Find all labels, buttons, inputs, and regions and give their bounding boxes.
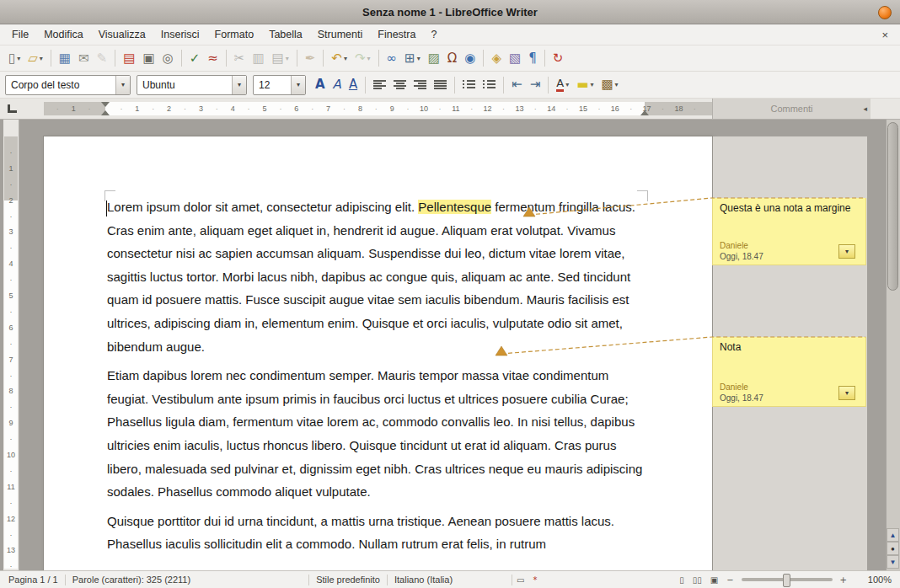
zoom-slider[interactable] [742, 578, 833, 581]
chevron-down-icon[interactable]: ▾ [232, 76, 246, 94]
decrease-indent-button[interactable]: ⇤ [508, 75, 526, 95]
justify-button[interactable] [431, 75, 450, 95]
insert-table-button[interactable]: ⊞▾ [401, 48, 424, 68]
align-right-button[interactable] [410, 75, 430, 95]
auto-spellcheck-button[interactable]: ≈ [204, 48, 222, 68]
dropdown-arrow-icon[interactable]: ▾ [286, 55, 289, 62]
find-replace-button[interactable]: ◉ [461, 48, 479, 68]
email-button[interactable]: ✉ [75, 48, 93, 68]
navigate-by-button[interactable]: ● [887, 542, 899, 555]
comment-menu-button[interactable]: ▾ [838, 244, 855, 259]
increase-indent-button[interactable]: ⇥ [527, 75, 544, 95]
document-text[interactable]: Lorem ipsum dolor sit amet, consectetur … [107, 195, 647, 562]
comment-highlight[interactable]: Pellentesque [418, 200, 491, 214]
dropdown-arrow-icon[interactable]: ▾ [367, 55, 371, 62]
page-style[interactable]: Stile predefinito [309, 575, 387, 585]
right-indent-marker[interactable] [640, 110, 649, 115]
margin-comment-1[interactable]: Questa è una nota a margine Daniele Oggi… [712, 198, 866, 265]
menu-inserisci[interactable]: Inserisci [154, 26, 206, 43]
font-size-combobox[interactable]: 12 ▾ [253, 75, 306, 95]
zoom-in-button[interactable]: + [836, 575, 851, 585]
paragraph-2[interactable]: Etiam dapibus lorem nec condimentum semp… [107, 364, 647, 504]
comments-ruler-button[interactable]: Commenti ◂ [712, 99, 871, 119]
insert-image-button[interactable]: ▨ [425, 48, 443, 68]
font-color-button[interactable]: A▾ [553, 75, 572, 95]
next-page-button[interactable]: ▼ [887, 555, 899, 569]
dropdown-arrow-icon[interactable]: ▾ [40, 55, 43, 62]
redo-button[interactable]: ↷▾ [351, 48, 374, 68]
first-line-indent-marker[interactable] [101, 102, 110, 107]
bold-button[interactable]: A [312, 75, 329, 95]
formatting-marks-button[interactable]: ¶ [525, 48, 540, 68]
background-color-button[interactable]: ▩▾ [597, 75, 621, 95]
paragraph-1[interactable]: Lorem ipsum dolor sit amet, consectetur … [107, 195, 647, 358]
menu-tabella[interactable]: Tabella [262, 26, 309, 43]
paste-button[interactable]: ▤▾ [269, 48, 292, 68]
menu-help[interactable]: ? [424, 26, 443, 43]
gallery-button[interactable]: ▧ [506, 48, 524, 68]
spelling-button[interactable]: ✓ [186, 48, 204, 68]
clone-formatting-button[interactable]: ✒ [302, 48, 319, 68]
dropdown-arrow-icon[interactable]: ▾ [344, 55, 347, 62]
zoom-out-button[interactable]: − [722, 575, 737, 585]
previous-page-button[interactable]: ▲ [887, 528, 899, 542]
vertical-scrollbar[interactable]: ▲ ● ▼ [886, 120, 900, 570]
dropdown-arrow-icon[interactable]: ▾ [565, 81, 569, 88]
italic-button[interactable]: A [329, 75, 345, 95]
comment-text[interactable]: Nota [720, 341, 859, 353]
titlebar[interactable]: Senza nome 1 - LibreOffice Writer [0, 0, 900, 24]
new-document-button[interactable]: ▯▾ [5, 48, 24, 68]
edit-file-button[interactable]: ✎ [94, 48, 111, 68]
dropdown-arrow-icon[interactable]: ▾ [615, 81, 619, 88]
book-view-icon[interactable]: ▣ [706, 575, 722, 585]
collapse-comments-icon[interactable]: ◂ [863, 104, 867, 113]
vertical-ruler[interactable]: 12345678910111213·············· [3, 120, 19, 570]
menu-strumenti[interactable]: Strumenti [311, 26, 370, 43]
chevron-down-icon[interactable]: ▾ [115, 76, 130, 94]
underline-button[interactable]: A [346, 75, 361, 95]
reload-button[interactable]: ↻ [549, 48, 567, 68]
menu-file[interactable]: File [5, 26, 35, 43]
margin-comment-2[interactable]: Nota Daniele Oggi, 18.47 ▾ [712, 337, 866, 407]
save-button[interactable]: ▦ [56, 48, 74, 68]
chevron-down-icon[interactable]: ▾ [291, 76, 305, 94]
selection-mode-icon[interactable]: ▭ [512, 575, 528, 585]
print-button[interactable]: ▣ [139, 48, 158, 68]
paragraph-3[interactable]: Quisque porttitor dui id urna tincidunt,… [107, 510, 647, 556]
dropdown-arrow-icon[interactable]: ▾ [417, 55, 421, 62]
hyperlink-button[interactable]: ∞ [383, 48, 401, 68]
multi-page-view-icon[interactable]: ▯▯ [688, 575, 706, 585]
bullet-list-button[interactable] [479, 75, 499, 95]
comment-menu-button[interactable]: ▾ [838, 386, 855, 400]
menu-finestra[interactable]: Finestra [371, 26, 422, 43]
highlighting-color-button[interactable]: ▬▾ [573, 75, 597, 95]
copy-button[interactable]: ▥ [249, 48, 267, 68]
menu-modifica[interactable]: Modifica [37, 26, 90, 43]
align-left-button[interactable] [370, 75, 389, 95]
scrollbar-thumb[interactable] [887, 122, 898, 291]
print-preview-button[interactable]: ◎ [159, 48, 177, 68]
close-document-icon[interactable]: × [875, 28, 895, 42]
page-indicator[interactable]: Pagina 1 / 1 [2, 575, 65, 585]
align-center-button[interactable] [390, 75, 410, 95]
undo-button[interactable]: ↶▾ [328, 48, 351, 68]
menu-formato[interactable]: Formato [208, 26, 261, 43]
word-count[interactable]: Parole (caratteri): 325 (2211) [66, 575, 197, 585]
font-name-combobox[interactable]: Ubuntu ▾ [137, 75, 247, 95]
document-modified-icon[interactable]: * [529, 575, 542, 585]
tab-stop-selector[interactable] [8, 104, 17, 113]
dropdown-arrow-icon[interactable]: ▾ [590, 81, 593, 88]
comment-text[interactable]: Questa è una nota a margine [720, 202, 859, 214]
export-pdf-button[interactable]: ▤ [120, 48, 138, 68]
single-page-view-icon[interactable]: ▯ [675, 575, 688, 585]
dropdown-arrow-icon[interactable]: ▾ [17, 55, 20, 62]
left-indent-marker[interactable] [101, 110, 110, 115]
zoom-level[interactable]: 100% [851, 575, 898, 585]
paragraph-style-combobox[interactable]: Corpo del testo ▾ [5, 75, 131, 95]
text-language[interactable]: Italiano (Italia) [388, 575, 459, 585]
numbered-list-button[interactable] [459, 75, 479, 95]
insert-special-character-button[interactable]: Ω [444, 48, 460, 68]
document-page[interactable]: Lorem ipsum dolor sit amet, consectetur … [44, 136, 712, 570]
menu-visualizza[interactable]: Visualizza [92, 26, 153, 43]
window-control-button[interactable] [878, 6, 892, 19]
